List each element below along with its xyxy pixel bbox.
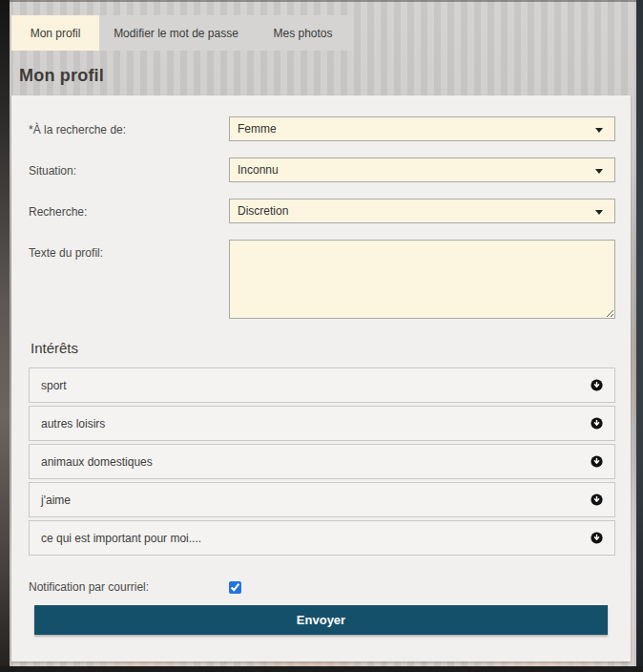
interests-heading: Intérêts [31,340,615,356]
screen-edge-bottom [0,666,643,672]
envoyer-button[interactable]: Envoyer [34,605,608,635]
situation-select[interactable]: Inconnu [229,158,615,182]
interest-item-sport[interactable]: sport [29,368,615,403]
form-row-notification: Notification par courriel: [29,580,615,594]
profile-form-panel: *À la recherche de: Femme Situation: Inc… [11,95,631,662]
profile-text-textarea[interactable] [229,240,615,319]
tab-bar: Mon profil Modifier le mot de passe Mes … [11,15,631,51]
arrow-circle-down-icon [591,379,603,391]
tab-modifier-mot-de-passe[interactable]: Modifier le mot de passe [99,15,253,51]
interest-label: ce qui est important pour moi.... [41,532,591,545]
page-content: Mon profil Modifier le mot de passe Mes … [11,15,631,662]
screen-edge-right [636,0,643,672]
recherche-select[interactable]: Discretion [229,199,615,223]
chevron-down-icon [595,128,603,133]
interest-label: autres loisirs [41,417,591,430]
field-label: Recherche: [29,199,229,223]
tab-mon-profil[interactable]: Mon profil [11,15,99,51]
select-value: Discretion [238,204,288,218]
field-label: *À la recherche de: [29,116,229,141]
recherche-de-select[interactable]: Femme [229,116,615,141]
interest-item-important-pour-moi[interactable]: ce qui est important pour moi.... [29,520,615,556]
form-row-recherche-de: *À la recherche de: Femme [29,116,615,141]
chevron-down-icon [595,210,603,215]
field-label: Texte du profil: [29,240,229,319]
interest-item-animaux-domestiques[interactable]: animaux domestiques [29,444,615,479]
interest-label: j'aime [41,494,591,507]
interest-item-autres-loisirs[interactable]: autres loisirs [29,406,615,441]
interest-label: animaux domestiques [41,455,591,469]
select-value: Inconnu [238,163,279,177]
interest-list: sport autres loisirs animaux domestiques… [29,368,615,556]
page-title: Mon profil [19,66,631,86]
interest-label: sport [41,379,591,392]
interest-item-jaime[interactable]: j'aime [29,482,615,517]
arrow-circle-down-icon [591,494,603,506]
field-label: Situation: [29,158,229,182]
form-row-texte-profil: Texte du profil: [29,240,615,319]
arrow-circle-down-icon [591,532,603,544]
arrow-circle-down-icon [591,455,603,468]
screen-edge-top [0,0,643,2]
tab-mes-photos[interactable]: Mes photos [253,15,353,51]
screen-edge-left [0,0,10,672]
field-label: Notification par courriel: [29,580,229,594]
form-row-situation: Situation: Inconnu [29,158,615,182]
chevron-down-icon [595,169,603,174]
select-value: Femme [238,122,277,136]
notification-checkbox[interactable] [229,581,241,594]
form-row-recherche: Recherche: Discretion [29,199,615,223]
arrow-circle-down-icon [591,417,603,430]
